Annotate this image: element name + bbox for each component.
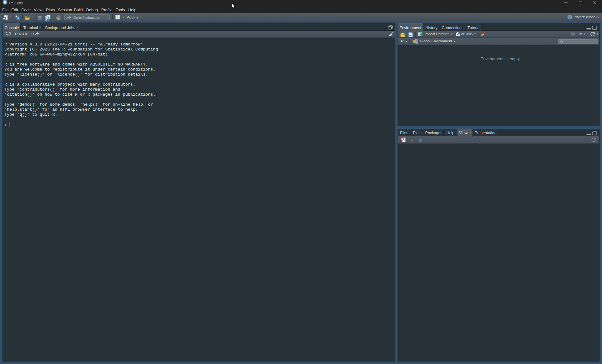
svg-text:R: R <box>4 1 6 4</box>
svg-text:R: R <box>8 33 10 37</box>
svg-text:R: R <box>569 16 571 18</box>
